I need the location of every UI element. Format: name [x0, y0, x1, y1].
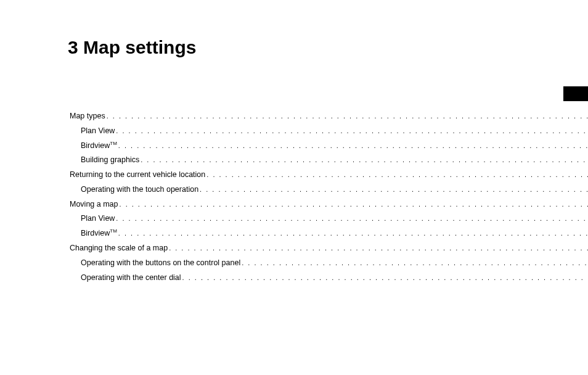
toc-entry: Changing the scale of a map3-9: [70, 241, 588, 256]
toc-label: Plan View: [70, 124, 115, 139]
toc-column-left: Map types3-2Plan View3-2BirdviewTM3-3Bui…: [69, 109, 588, 286]
toc-leader: [205, 168, 588, 181]
toc-label: Moving a map: [70, 197, 118, 212]
trademark-icon: TM: [110, 228, 117, 234]
toc-leader: [181, 271, 588, 284]
toc-table: Map types3-2Plan View3-2BirdviewTM3-3Bui…: [68, 107, 588, 287]
toc-label: Operating with the touch operation: [70, 183, 198, 197]
chapter-number: 3: [68, 37, 78, 57]
toc-leader: [117, 227, 588, 240]
page-content: 3 Map settings Map types3-2Plan View3-2B…: [0, 0, 588, 287]
toc-leader: [168, 242, 588, 255]
toc-entry: Returning to the current vehicle locatio…: [70, 168, 588, 183]
toc-label: Returning to the current vehicle locatio…: [70, 168, 205, 183]
toc-leader: [198, 183, 588, 196]
toc-label: BirdviewTM: [70, 226, 117, 241]
toc-entry: Plan View3-2: [70, 124, 588, 139]
toc-leader: [115, 125, 588, 138]
toc-entry: BirdviewTM3-3: [70, 139, 588, 154]
toc-leader: [105, 110, 588, 123]
toc-leader: [118, 198, 588, 211]
toc-label: Changing the scale of a map: [70, 241, 168, 256]
toc-label: Building graphics: [70, 153, 139, 168]
toc-label: Operating with the buttons on the contro…: [70, 256, 240, 271]
toc-leader: [240, 257, 588, 270]
toc-entry: BirdviewTM3-7: [70, 226, 588, 241]
chapter-name: Map settings: [83, 37, 196, 57]
toc-label: Operating with the center dial: [70, 271, 181, 286]
toc-entry: Operating with the touch operation3-5: [70, 183, 588, 197]
toc-leader: [115, 212, 588, 225]
toc-entry: Operating with the center dial3-10: [70, 271, 588, 286]
chapter-title: 3 Map settings: [68, 37, 533, 58]
toc-label: Map types: [70, 109, 105, 124]
toc-entry: Building graphics3-3: [70, 153, 588, 168]
toc-entry: Operating with the buttons on the contro…: [70, 256, 588, 271]
trademark-icon: TM: [110, 141, 117, 146]
section-tab: [563, 86, 588, 101]
toc-label: Plan View: [70, 212, 115, 226]
toc-entry: Plan View3-5: [70, 212, 588, 226]
toc-leader: [139, 154, 588, 167]
toc-entry: Map types3-2: [70, 109, 588, 124]
toc-label: BirdviewTM: [70, 139, 117, 154]
toc-leader: [117, 139, 588, 152]
toc-entry: Moving a map3-5: [70, 197, 588, 212]
